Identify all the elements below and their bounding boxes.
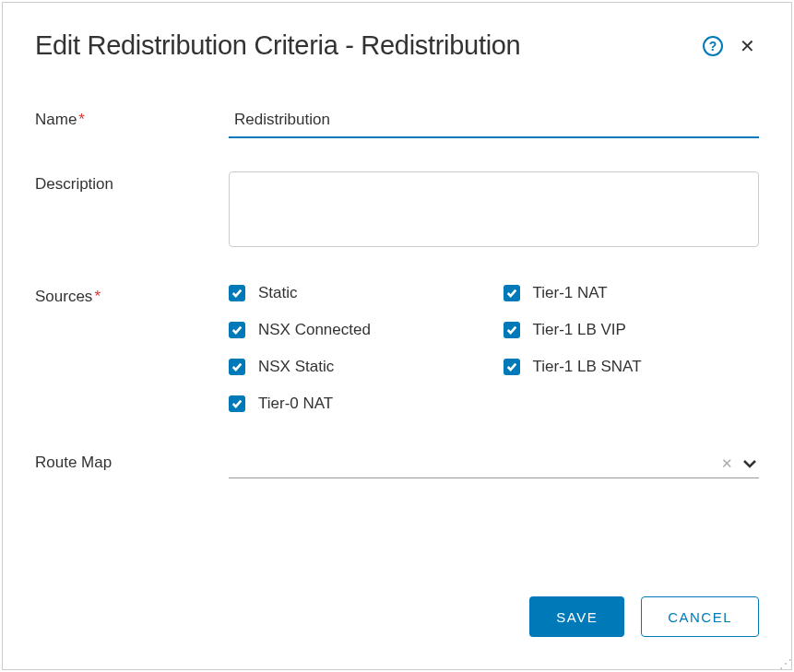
description-row: Description	[35, 171, 759, 251]
checkbox-tier1-lb-vip[interactable]	[504, 322, 520, 338]
dialog-footer: SAVE CANCEL	[529, 596, 759, 637]
help-icon[interactable]: ?	[703, 36, 723, 56]
sources-control: Static Tier-1 NAT NSX Connected	[229, 284, 759, 413]
checkbox-nsx-connected[interactable]	[229, 322, 245, 338]
checkbox-label: Tier-1 NAT	[533, 284, 608, 302]
check-icon	[506, 361, 517, 372]
sources-label: Sources*	[35, 284, 229, 306]
required-asterisk: *	[78, 111, 85, 128]
name-label: Name*	[35, 107, 229, 129]
source-tier1-lb-vip: Tier-1 LB VIP	[504, 321, 760, 339]
source-tier0-nat: Tier-0 NAT	[229, 395, 485, 413]
checkbox-nsx-static[interactable]	[229, 359, 245, 375]
routemap-label: Route Map	[35, 450, 229, 472]
resize-grip-icon[interactable]: ⋰	[779, 657, 792, 670]
check-icon	[506, 288, 517, 299]
name-input[interactable]	[229, 107, 759, 138]
checkbox-label: Tier-0 NAT	[258, 395, 333, 413]
checkbox-label: Tier-1 LB SNAT	[533, 358, 642, 376]
check-icon	[231, 398, 243, 409]
name-control	[229, 107, 759, 138]
sources-row: Sources* Static Tier-1 NAT	[35, 284, 759, 413]
source-nsx-static: NSX Static	[229, 358, 485, 376]
description-input[interactable]	[229, 171, 759, 247]
description-control	[229, 171, 759, 251]
routemap-control: ✕	[229, 450, 759, 478]
routemap-row: Route Map ✕	[35, 450, 759, 478]
source-static: Static	[229, 284, 485, 302]
dialog-header: Edit Redistribution Criteria - Redistrib…	[35, 30, 759, 61]
routemap-select[interactable]: ✕	[229, 450, 759, 478]
check-icon	[231, 324, 243, 336]
save-button[interactable]: SAVE	[529, 596, 624, 637]
dialog-title: Edit Redistribution Criteria - Redistrib…	[35, 30, 520, 61]
name-row: Name*	[35, 107, 759, 138]
checkbox-label: NSX Connected	[258, 321, 371, 339]
sources-grid: Static Tier-1 NAT NSX Connected	[229, 284, 759, 413]
close-icon[interactable]: ✕	[736, 35, 759, 57]
check-icon	[506, 324, 517, 336]
header-icons: ? ✕	[703, 35, 759, 57]
check-icon	[231, 288, 243, 299]
checkbox-tier0-nat[interactable]	[229, 395, 245, 412]
edit-redistribution-dialog: Edit Redistribution Criteria - Redistrib…	[2, 2, 792, 670]
checkbox-tier1-lb-snat[interactable]	[504, 359, 520, 375]
checkbox-tier1-nat[interactable]	[504, 285, 520, 301]
source-nsx-connected: NSX Connected	[229, 321, 485, 339]
cancel-button[interactable]: CANCEL	[641, 596, 759, 637]
source-tier1-lb-snat: Tier-1 LB SNAT	[504, 358, 760, 376]
required-asterisk: *	[94, 288, 101, 305]
clear-icon[interactable]: ✕	[721, 455, 733, 472]
checkbox-label: Static	[258, 284, 298, 302]
check-icon	[231, 361, 243, 372]
checkbox-label: Tier-1 LB VIP	[533, 321, 626, 339]
checkbox-label: NSX Static	[258, 358, 334, 376]
description-label: Description	[35, 171, 229, 194]
chevron-down-icon[interactable]	[742, 459, 757, 468]
checkbox-static[interactable]	[229, 285, 245, 301]
source-tier1-nat: Tier-1 NAT	[504, 284, 760, 302]
